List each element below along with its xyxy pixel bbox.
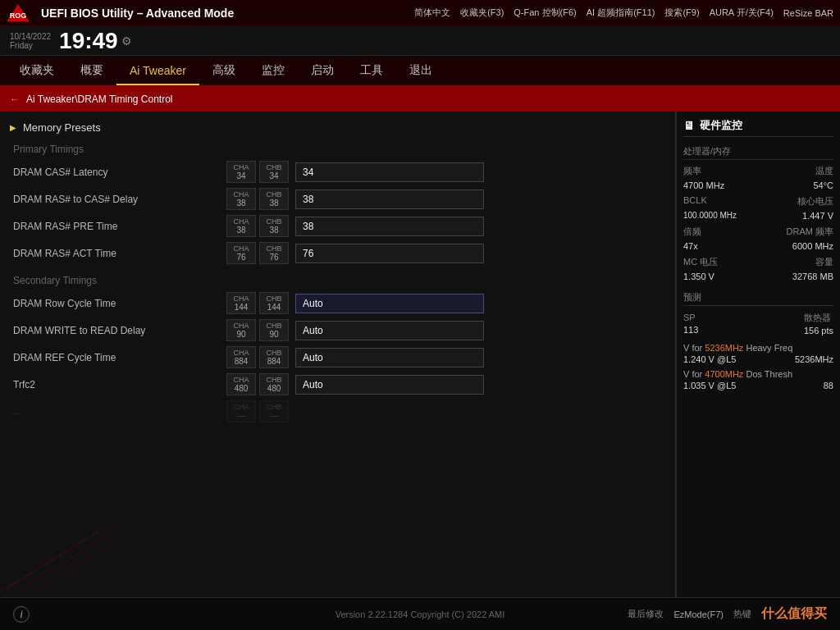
ras-cas-cha-badge: CHA 38 xyxy=(226,188,256,210)
row-cycle-cha-badge: CHA 144 xyxy=(226,292,256,314)
bottom-bar: i Version 2.22.1284 Copyright (C) 2022 A… xyxy=(0,597,840,630)
info-icon-button[interactable]: i xyxy=(13,606,30,623)
day-display: Friday xyxy=(10,41,51,50)
menu-qfan[interactable]: Q-Fan 控制(F6) xyxy=(514,7,576,19)
trfc2-label: Trfc2 xyxy=(13,379,226,390)
breadcrumb-path: Ai Tweaker\DRAM Timing Control xyxy=(26,94,173,105)
timing-row-more: ... CHA — CHB — xyxy=(0,398,675,426)
nav-item-exit[interactable]: 退出 xyxy=(396,57,445,84)
freq-row: 频率 温度 xyxy=(683,165,833,177)
memory-presets-header[interactable]: ▶ Memory Presets xyxy=(0,118,675,137)
back-arrow-icon[interactable]: ← xyxy=(10,94,20,105)
predict2-val: 88 xyxy=(824,381,833,390)
ras-cas-value-field[interactable]: 38 xyxy=(295,189,484,209)
ref-cycle-cha-badge: CHA 884 xyxy=(226,346,256,368)
predict2-row: V for 4700MHz Dos Thresh 1.035 V @L5 88 xyxy=(683,369,833,390)
mc-volt-label: MC 电压 xyxy=(683,256,718,268)
dram-freq-value: 6000 MHz xyxy=(792,241,833,251)
bottom-right-controls: 最后修改 EzMode(F7) 热键 什么值得买 xyxy=(628,605,827,623)
menu-language[interactable]: 简体中文 xyxy=(414,7,450,19)
predict1-volt: 1.240 V @L5 xyxy=(683,354,736,364)
freq-value: 4700 MHz xyxy=(683,180,724,190)
temp-label: 温度 xyxy=(815,165,833,177)
predict2-volt: 1.035 V @L5 xyxy=(683,381,736,390)
write-read-cha-badge: CHA 90 xyxy=(226,319,256,341)
ref-cycle-chb-badge: CHB 884 xyxy=(259,346,289,368)
menu-ai[interactable]: AI 超频指南(F11) xyxy=(587,7,655,19)
predict-title: 预测 xyxy=(683,291,833,306)
trfc2-chb-badge: CHB 480 xyxy=(259,373,289,395)
write-read-label: DRAM WRITE to READ Delay xyxy=(13,325,226,336)
hw-monitor-title: 🖥 硬件监控 xyxy=(683,118,833,137)
timing-row-row-cycle: DRAM Row Cycle Time CHA 144 CHB 144 Auto xyxy=(0,290,675,317)
ras-act-chb-badge: CHB 76 xyxy=(259,242,289,264)
version-text: Version 2.22.1284 Copyright (C) 2022 AMI xyxy=(336,609,505,619)
menu-search[interactable]: 搜索(F9) xyxy=(664,7,699,19)
core-volt-value: 1.447 V xyxy=(802,211,833,221)
menu-resize-bar[interactable]: ReSize BAR xyxy=(783,7,833,19)
predict-section: 预测 SP 113 散热器 156 pts V for 5236MHz Heav… xyxy=(683,291,833,390)
settings-gear-icon[interactable]: ⚙ xyxy=(121,34,132,48)
nav-item-advanced[interactable]: 高级 xyxy=(199,57,249,84)
core-volt-label: 核心电压 xyxy=(797,195,833,208)
cas-value-field[interactable]: 34 xyxy=(295,162,484,182)
menu-aura[interactable]: AURA 开/关(F4) xyxy=(710,7,774,19)
ref-cycle-value-field[interactable]: Auto xyxy=(295,348,484,368)
secondary-timings-label: Secondary Timings xyxy=(0,272,675,290)
capacity-value: 32768 MB xyxy=(792,272,833,281)
cas-chb-badge: CHB 34 xyxy=(259,161,289,183)
nav-bar: 收藏夹 概要 Ai Tweaker 高级 监控 启动 工具 退出 xyxy=(0,56,840,87)
nav-item-ai-tweaker[interactable]: Ai Tweaker xyxy=(116,57,199,85)
nav-item-monitor[interactable]: 监控 xyxy=(249,57,298,84)
mc-volt-row: MC 电压 容量 xyxy=(683,256,833,268)
freq-label: 频率 xyxy=(683,165,701,177)
more-cha-badge: CHA — xyxy=(226,400,256,422)
sp-row: SP 113 散热器 156 pts xyxy=(683,311,833,336)
timing-row-trfc2: Trfc2 CHA 480 CHB 480 Auto xyxy=(0,371,675,398)
trfc2-value-field[interactable]: Auto xyxy=(295,375,484,395)
nav-item-favorites[interactable]: 收藏夹 xyxy=(7,57,67,84)
menu-favorites[interactable]: 收藏夹(F3) xyxy=(460,7,504,19)
timing-row-ref-cycle: DRAM REF Cycle Time CHA 884 CHB 884 Auto xyxy=(0,344,675,371)
ras-act-label: DRAM RAS# ACT Time xyxy=(13,248,226,259)
predict2-freq-name: 4700MHz xyxy=(705,369,743,379)
multiplier-value-row: 47x 6000 MHz xyxy=(683,241,833,251)
cas-cha-badge: CHA 34 xyxy=(226,161,256,183)
rog-logo: ROG xyxy=(7,4,30,22)
timing-row-ras-cas-delay: DRAM RAS# to CAS# Delay CHA 38 CHB 38 38 xyxy=(0,185,675,212)
more-chb-badge: CHB — xyxy=(259,400,289,422)
row-cycle-label: DRAM Row Cycle Time xyxy=(13,298,226,309)
ras-pre-value-field[interactable]: 38 xyxy=(295,217,484,236)
brand-label: 什么值得买 xyxy=(761,605,827,623)
nav-item-boot[interactable]: 启动 xyxy=(298,57,347,84)
nav-item-tools[interactable]: 工具 xyxy=(347,57,396,84)
predict1-type: Heavy Freq xyxy=(746,343,792,353)
nav-item-overview[interactable]: 概要 xyxy=(67,57,116,84)
v-label-1: V for xyxy=(683,343,705,353)
monitor-icon: 🖥 xyxy=(683,119,695,132)
capacity-label: 容量 xyxy=(815,256,833,268)
ez-mode-button[interactable]: EzMode(F7) xyxy=(673,609,724,619)
cpu-mem-title: 处理器/内存 xyxy=(683,145,833,160)
date-display: 10/14/2022 xyxy=(10,32,51,41)
mc-volt-value-row: 1.350 V 32768 MB xyxy=(683,272,833,281)
predict2-type: Dos Thresh xyxy=(746,369,792,379)
sp-label: SP xyxy=(683,313,696,322)
ras-act-value-field[interactable]: 76 xyxy=(295,244,484,263)
bclk-label: BCLK xyxy=(683,195,707,208)
ras-pre-cha-badge: CHA 38 xyxy=(226,215,256,237)
write-read-value-field[interactable]: Auto xyxy=(295,321,484,340)
breadcrumb: ← Ai Tweaker\DRAM Timing Control xyxy=(0,87,840,112)
timing-row-ras-pre: DRAM RAS# PRE Time CHA 38 CHB 38 38 xyxy=(0,212,675,240)
heatsink-value: 156 pts xyxy=(804,326,833,336)
left-panel: ▶ Memory Presets Primary Timings DRAM CA… xyxy=(0,112,676,597)
ras-cas-chb-badge: CHB 38 xyxy=(259,188,289,210)
row-cycle-value-field[interactable]: Auto xyxy=(295,294,484,313)
predict1-freq-name: 5236MHz xyxy=(705,343,743,353)
ras-cas-delay-label: DRAM RAS# to CAS# Delay xyxy=(13,194,226,205)
timing-row-cas-latency: DRAM CAS# Latency CHA 34 CHB 34 34 xyxy=(0,158,675,185)
svg-text:ROG: ROG xyxy=(10,11,27,20)
bclk-value: 100.0000 MHz xyxy=(683,211,737,221)
bclk-value-row: 100.0000 MHz 1.447 V xyxy=(683,211,833,221)
sp-value: 113 xyxy=(683,325,698,335)
